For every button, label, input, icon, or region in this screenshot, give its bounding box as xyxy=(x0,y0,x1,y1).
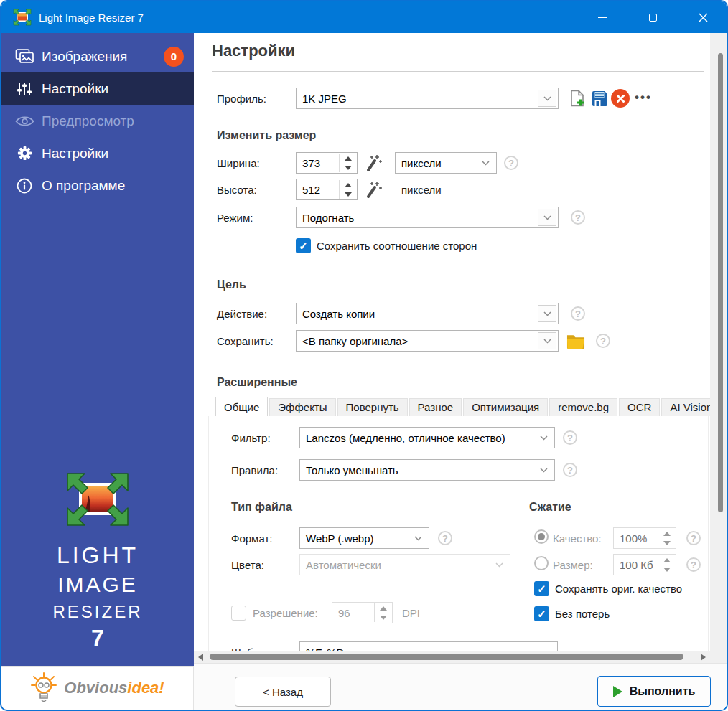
filter-help-icon[interactable]: ? xyxy=(563,430,577,445)
resolution-increment-button[interactable] xyxy=(375,603,391,613)
save-to-help-icon[interactable]: ? xyxy=(596,334,610,348)
width-auto-button[interactable] xyxy=(363,154,382,172)
save-to-dropdown-button[interactable] xyxy=(538,332,556,349)
profile-dropdown-button[interactable] xyxy=(538,90,556,107)
gear-icon xyxy=(14,145,35,161)
maximize-button[interactable] xyxy=(636,6,669,29)
keep-ratio-checkbox[interactable]: ✓ xyxy=(296,238,311,253)
resolution-input[interactable] xyxy=(332,603,373,623)
save-profile-button[interactable] xyxy=(590,89,609,108)
rules-select[interactable]: Только уменьшать xyxy=(299,459,555,481)
save-icon xyxy=(591,90,609,108)
size-decrement-button[interactable] xyxy=(658,565,675,574)
resolution-checkbox[interactable] xyxy=(231,606,246,621)
chevron-down-icon xyxy=(543,339,551,344)
tab-general[interactable]: Общие xyxy=(215,397,268,417)
new-profile-button[interactable] xyxy=(568,89,587,108)
height-decrement-button[interactable] xyxy=(340,189,356,199)
size-spin-buttons xyxy=(658,555,675,574)
quality-radio[interactable] xyxy=(534,529,549,544)
tab-effects[interactable]: Эффекты xyxy=(269,398,335,416)
rules-help-icon[interactable]: ? xyxy=(563,463,577,477)
tab-rotate[interactable]: Повернуть xyxy=(337,398,408,416)
titlebar: Light Image Resizer 7 xyxy=(1,1,727,33)
sliders-icon xyxy=(14,81,35,97)
quality-increment-button[interactable] xyxy=(658,529,675,538)
rules-label: Правила: xyxy=(231,459,278,481)
more-options-button[interactable]: ••• xyxy=(635,90,652,105)
quality-help-icon[interactable]: ? xyxy=(686,531,701,545)
size-input[interactable] xyxy=(614,555,657,575)
resolution-label: Разрешение: xyxy=(253,606,318,621)
browse-folder-button[interactable] xyxy=(566,331,585,350)
tab-optimization[interactable]: Оптимизация xyxy=(463,398,548,416)
chevron-down-icon xyxy=(414,536,422,541)
width-unit-select[interactable]: пиксели xyxy=(395,152,497,174)
action-select[interactable]: Создать копии xyxy=(296,303,559,324)
magic-wand-icon xyxy=(363,180,382,199)
width-increment-button[interactable] xyxy=(340,154,356,163)
width-help-icon[interactable]: ? xyxy=(504,156,518,170)
horizontal-scrollbar[interactable] xyxy=(194,651,710,663)
size-radio[interactable] xyxy=(534,556,549,570)
scroll-right-icon[interactable] xyxy=(701,654,706,661)
action-label: Действие: xyxy=(217,303,267,324)
height-increment-button[interactable] xyxy=(340,180,356,189)
minimize-button[interactable] xyxy=(586,6,619,29)
sidebar-item-app-settings[interactable]: Настройки xyxy=(1,137,194,169)
quality-input[interactable] xyxy=(614,528,657,548)
play-icon xyxy=(613,686,622,697)
folder-icon xyxy=(566,333,585,349)
delete-profile-button[interactable] xyxy=(611,89,630,108)
logo-line-4: 7 xyxy=(91,625,104,651)
height-input[interactable] xyxy=(297,179,338,199)
action-dropdown-button[interactable] xyxy=(538,305,556,322)
delete-x-icon xyxy=(617,95,625,103)
quality-spinner xyxy=(613,527,676,549)
mode-label: Режим: xyxy=(217,207,253,228)
size-help-icon[interactable]: ? xyxy=(686,557,701,572)
quality-decrement-button[interactable] xyxy=(658,538,675,547)
height-auto-button[interactable] xyxy=(363,180,382,199)
size-spinner xyxy=(613,554,676,575)
chevron-down-icon xyxy=(540,468,548,473)
width-input[interactable] xyxy=(297,153,338,173)
format-help-icon[interactable]: ? xyxy=(438,531,452,545)
maximize-icon xyxy=(649,14,657,22)
horizontal-scroll-thumb[interactable] xyxy=(210,654,683,660)
vertical-scroll-thumb[interactable] xyxy=(718,53,723,512)
save-to-select[interactable]: <В папку оригинала> xyxy=(296,330,559,352)
colors-select: Автоматически xyxy=(299,554,510,575)
vertical-scrollbar[interactable] xyxy=(710,33,728,663)
tab-ocr[interactable]: OCR xyxy=(619,398,660,416)
run-button[interactable]: Выполнить xyxy=(597,676,711,707)
width-spin-buttons xyxy=(339,154,356,172)
mode-help-icon[interactable]: ? xyxy=(571,210,585,225)
keep-quality-label: Сохранять ориг. качество xyxy=(555,581,682,596)
close-button[interactable] xyxy=(686,6,719,29)
sidebar-item-images[interactable]: Изображения 0 xyxy=(1,40,194,72)
action-bar: < Назад Выполнить xyxy=(194,663,727,711)
keep-quality-checkbox[interactable]: ✓ xyxy=(534,581,549,596)
compression-heading: Сжатие xyxy=(529,501,571,514)
size-increment-button[interactable] xyxy=(658,555,675,565)
back-button[interactable]: < Назад xyxy=(235,677,331,707)
scroll-left-icon[interactable] xyxy=(198,654,203,661)
mode-dropdown-button[interactable] xyxy=(538,209,556,226)
width-decrement-button[interactable] xyxy=(340,163,356,172)
resolution-decrement-button[interactable] xyxy=(375,613,391,622)
sidebar-item-preview[interactable]: Предпросмотр xyxy=(1,105,194,137)
tab-removebg[interactable]: remove.bg xyxy=(549,398,617,416)
profile-select[interactable]: 1K JPEG xyxy=(296,88,559,109)
action-help-icon[interactable]: ? xyxy=(571,306,585,321)
filter-select[interactable]: Lanczos (медленно, отличное качество) xyxy=(299,427,555,448)
tab-misc[interactable]: Разное xyxy=(409,398,462,416)
height-spin-buttons xyxy=(339,180,356,199)
format-select[interactable]: WebP (.webp) xyxy=(299,527,429,549)
lossless-checkbox[interactable]: ✓ xyxy=(534,606,549,621)
advanced-section-heading: Расширенные xyxy=(217,376,297,389)
colors-value: Автоматически xyxy=(306,559,381,571)
mode-select[interactable]: Подогнать xyxy=(296,207,559,228)
sidebar-item-profile-settings[interactable]: Настройки xyxy=(1,72,194,105)
sidebar-item-about[interactable]: О программе xyxy=(1,169,194,202)
